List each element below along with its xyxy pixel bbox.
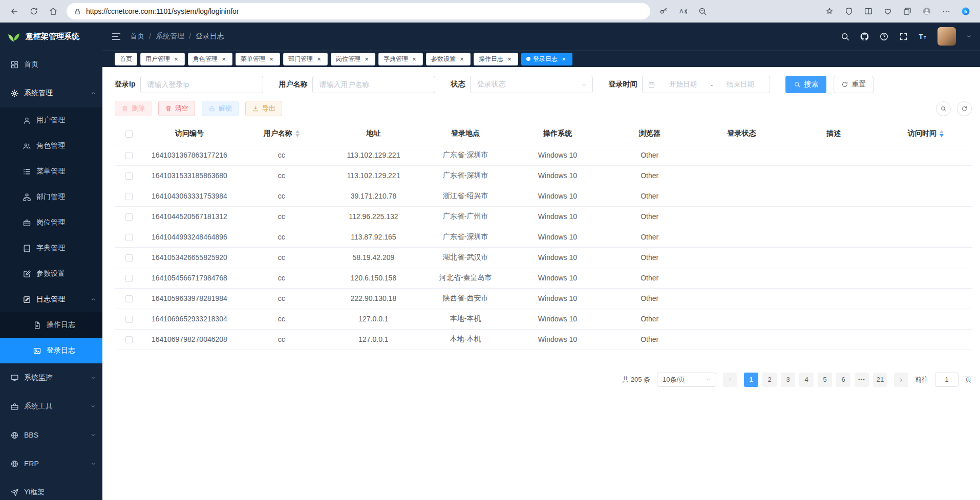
toggle-search-button[interactable] <box>936 101 951 116</box>
sidebar-item-system-tools[interactable]: 系统工具 <box>0 392 102 421</box>
more-menu-icon[interactable] <box>937 2 955 20</box>
tab-role-management[interactable]: 角色管理× <box>188 53 232 66</box>
shield-icon[interactable] <box>840 2 858 20</box>
sidebar-item-system-management[interactable]: 系统管理 <box>0 79 102 107</box>
address-bar[interactable]: https://ccnetcore.com:1101/system/log/lo… <box>67 3 650 19</box>
tab-post-management[interactable]: 岗位管理× <box>331 53 375 66</box>
page-button-3[interactable]: 3 <box>781 373 795 387</box>
sidebar-item-user-management[interactable]: 用户管理 <box>0 107 102 133</box>
row-checkbox[interactable] <box>125 275 133 282</box>
github-icon[interactable] <box>860 32 869 41</box>
search-button[interactable]: 搜索 <box>785 76 826 93</box>
row-checkbox[interactable] <box>125 152 133 159</box>
bing-chat-icon[interactable]: b <box>956 2 975 20</box>
tab-home[interactable]: 首页 <box>115 53 137 66</box>
breadcrumb-item[interactable]: 系统管理 <box>156 32 184 41</box>
sidebar-item-yi-framework[interactable]: Yi框架 <box>0 478 102 500</box>
row-checkbox[interactable] <box>125 316 133 323</box>
tab-dict-management[interactable]: 字典管理× <box>378 53 423 66</box>
user-avatar[interactable] <box>938 27 956 46</box>
login-time-range-picker[interactable]: 开始日期 - 结束日期 <box>642 76 770 93</box>
tab-close-icon[interactable]: × <box>506 55 513 62</box>
sidebar-item-menu-management[interactable]: 菜单管理 <box>0 159 102 184</box>
next-page-button[interactable] <box>894 373 908 387</box>
row-checkbox[interactable] <box>125 193 133 200</box>
login-ip-input[interactable] <box>140 76 263 93</box>
chevron-down-icon[interactable] <box>966 33 972 39</box>
export-button[interactable]: 导出 <box>245 101 282 116</box>
sidebar-item-param-settings[interactable]: 参数设置 <box>0 261 102 287</box>
sidebar-item-role-management[interactable]: 角色管理 <box>0 133 102 159</box>
prev-page-button[interactable] <box>723 373 737 387</box>
unlock-button[interactable]: 解锁 <box>202 101 239 116</box>
font-size-icon[interactable]: TT <box>918 32 928 41</box>
tab-close-icon[interactable]: × <box>173 55 180 62</box>
row-checkbox[interactable] <box>125 295 133 302</box>
sort-desc-caret-icon[interactable] <box>295 134 300 137</box>
tab-login-log[interactable]: 登录日志× <box>521 53 572 66</box>
clear-button[interactable]: 清空 <box>158 101 195 116</box>
sort-carets[interactable] <box>940 130 944 137</box>
refresh-table-button[interactable] <box>957 101 972 116</box>
column-header-time[interactable]: 访问时间 <box>880 122 972 145</box>
tab-operation-log[interactable]: 操作日志× <box>474 53 518 66</box>
help-icon[interactable] <box>879 32 889 41</box>
sidebar-item-home[interactable]: 首页 <box>0 50 102 79</box>
tab-close-icon[interactable]: × <box>560 55 567 62</box>
select-all-checkbox[interactable] <box>125 131 133 138</box>
split-screen-icon[interactable] <box>859 2 878 20</box>
tab-close-icon[interactable]: × <box>411 55 418 62</box>
sidebar-item-dict-management[interactable]: 字典管理 <box>0 235 102 261</box>
reset-button[interactable]: 重置 <box>834 76 874 93</box>
header-search-icon[interactable] <box>840 32 850 41</box>
row-checkbox[interactable] <box>125 172 133 180</box>
row-checkbox[interactable] <box>125 254 133 262</box>
sidebar-item-bbs[interactable]: BBS <box>0 421 102 449</box>
tab-close-icon[interactable]: × <box>220 55 227 62</box>
sidebar-item-post-management[interactable]: 岗位管理 <box>0 210 102 235</box>
zoom-out-icon[interactable] <box>693 2 712 20</box>
sort-asc-caret-icon[interactable] <box>295 130 300 133</box>
back-icon[interactable] <box>5 2 24 20</box>
page-button-2[interactable]: 2 <box>762 373 777 387</box>
row-checkbox[interactable] <box>125 336 133 343</box>
page-size-select[interactable]: 10条/页 <box>657 373 716 387</box>
tab-menu-management[interactable]: 菜单管理× <box>236 53 280 66</box>
sidebar-item-dept-management[interactable]: 部门管理 <box>0 184 102 210</box>
page-ellipsis[interactable]: ••• <box>855 373 869 387</box>
collections-icon[interactable] <box>898 2 917 20</box>
password-key-icon[interactable] <box>654 2 673 20</box>
goto-page-input[interactable] <box>935 373 958 387</box>
sidebar-item-login-log[interactable]: 登录日志 <box>0 338 102 363</box>
sidebar-toggle-icon[interactable] <box>111 31 122 42</box>
tab-close-icon[interactable]: × <box>458 55 465 62</box>
page-button-21[interactable]: 21 <box>873 373 887 387</box>
page-button-4[interactable]: 4 <box>799 373 814 387</box>
column-header-user[interactable]: 用户名称 <box>236 122 328 145</box>
sort-asc-caret-icon[interactable] <box>940 130 944 133</box>
tab-user-management[interactable]: 用户管理× <box>140 53 185 66</box>
tab-dept-management[interactable]: 部门管理× <box>283 53 328 66</box>
site-security-icon[interactable] <box>74 8 81 15</box>
row-checkbox[interactable] <box>125 213 133 221</box>
page-button-6[interactable]: 6 <box>836 373 850 387</box>
tab-close-icon[interactable]: × <box>363 55 370 62</box>
sidebar-item-system-monitor[interactable]: 系统监控 <box>0 363 102 392</box>
sort-desc-caret-icon[interactable] <box>940 134 944 137</box>
sort-carets[interactable] <box>295 130 300 137</box>
browser-essentials-icon[interactable] <box>879 2 897 20</box>
status-select[interactable]: 登录状态 <box>470 76 593 93</box>
sidebar-item-operation-log[interactable]: 操作日志 <box>0 312 102 338</box>
add-favorite-icon[interactable] <box>820 2 839 20</box>
profile-icon[interactable] <box>918 2 936 20</box>
reload-icon[interactable] <box>25 2 43 20</box>
row-checkbox[interactable] <box>125 234 133 241</box>
user-name-input[interactable] <box>312 76 435 93</box>
read-aloud-icon[interactable]: A <box>674 2 692 20</box>
browser-home-icon[interactable] <box>44 2 62 20</box>
tab-close-icon[interactable]: × <box>315 55 323 62</box>
sidebar-item-log-management[interactable]: 日志管理 <box>0 287 102 312</box>
delete-button[interactable]: 删除 <box>115 101 152 116</box>
breadcrumb-item[interactable]: 首页 <box>130 32 144 41</box>
tab-close-icon[interactable]: × <box>268 55 275 62</box>
